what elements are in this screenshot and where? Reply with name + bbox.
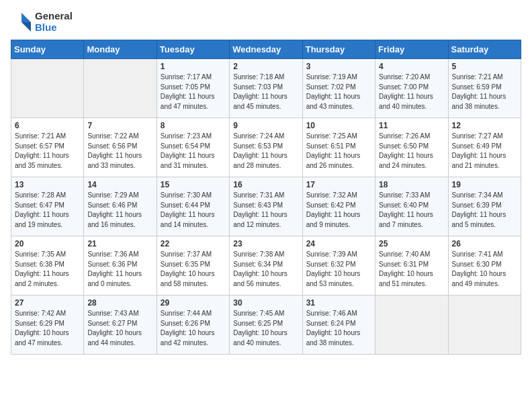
calendar-cell: [448, 295, 521, 355]
day-info: Sunrise: 7:30 AM Sunset: 6:44 PM Dayligh…: [161, 191, 226, 230]
calendar-cell: 2Sunrise: 7:18 AM Sunset: 7:03 PM Daylig…: [230, 59, 302, 118]
day-info: Sunrise: 7:45 AM Sunset: 6:25 PM Dayligh…: [233, 309, 298, 348]
weekday-header-friday: Friday: [375, 40, 448, 59]
calendar-cell: 4Sunrise: 7:20 AM Sunset: 7:00 PM Daylig…: [375, 59, 448, 118]
day-number: 6: [15, 121, 80, 130]
day-number: 1: [161, 62, 226, 71]
day-number: 14: [87, 180, 152, 189]
day-number: 3: [306, 62, 371, 71]
day-number: 13: [15, 180, 80, 189]
day-info: Sunrise: 7:36 AM Sunset: 6:36 PM Dayligh…: [87, 250, 152, 289]
calendar-body: 1Sunrise: 7:17 AM Sunset: 7:05 PM Daylig…: [11, 59, 521, 355]
day-info: Sunrise: 7:33 AM Sunset: 6:40 PM Dayligh…: [379, 191, 444, 230]
calendar-cell: 28Sunrise: 7:43 AM Sunset: 6:27 PM Dayli…: [84, 295, 157, 355]
calendar-cell: 15Sunrise: 7:30 AM Sunset: 6:44 PM Dayli…: [157, 177, 229, 236]
day-info: Sunrise: 7:29 AM Sunset: 6:46 PM Dayligh…: [87, 191, 152, 230]
weekday-header-tuesday: Tuesday: [157, 40, 229, 59]
calendar-cell: 19Sunrise: 7:34 AM Sunset: 6:39 PM Dayli…: [448, 177, 521, 236]
day-number: 22: [161, 239, 226, 248]
calendar-cell: 22Sunrise: 7:37 AM Sunset: 6:35 PM Dayli…: [157, 236, 229, 295]
logo-wordmark: GeneralBlue: [35, 11, 73, 33]
day-info: Sunrise: 7:18 AM Sunset: 7:03 PM Dayligh…: [233, 73, 298, 111]
calendar-week-row: 6Sunrise: 7:21 AM Sunset: 6:57 PM Daylig…: [11, 118, 521, 177]
day-info: Sunrise: 7:31 AM Sunset: 6:43 PM Dayligh…: [233, 191, 298, 230]
calendar-cell: 27Sunrise: 7:42 AM Sunset: 6:29 PM Dayli…: [11, 295, 84, 355]
day-number: 17: [306, 180, 371, 189]
calendar-cell: 23Sunrise: 7:38 AM Sunset: 6:34 PM Dayli…: [230, 236, 302, 295]
svg-marker-1: [21, 22, 31, 32]
day-number: 21: [87, 239, 152, 248]
weekday-header-thursday: Thursday: [302, 40, 375, 59]
day-number: 25: [379, 239, 444, 248]
calendar-cell: [84, 59, 157, 118]
calendar-cell: [11, 59, 84, 118]
calendar-cell: 31Sunrise: 7:46 AM Sunset: 6:24 PM Dayli…: [302, 295, 375, 355]
calendar-header: SundayMondayTuesdayWednesdayThursdayFrid…: [11, 40, 521, 59]
calendar-cell: 16Sunrise: 7:31 AM Sunset: 6:43 PM Dayli…: [230, 177, 302, 236]
day-info: Sunrise: 7:17 AM Sunset: 7:05 PM Dayligh…: [161, 73, 226, 111]
day-info: Sunrise: 7:23 AM Sunset: 6:54 PM Dayligh…: [161, 132, 226, 171]
calendar-cell: 26Sunrise: 7:41 AM Sunset: 6:30 PM Dayli…: [448, 236, 521, 295]
day-number: 2: [233, 62, 298, 71]
calendar-table: SundayMondayTuesdayWednesdayThursdayFrid…: [11, 40, 521, 355]
calendar-cell: 29Sunrise: 7:44 AM Sunset: 6:26 PM Dayli…: [157, 295, 229, 355]
day-number: 28: [87, 298, 152, 308]
calendar-cell: 17Sunrise: 7:32 AM Sunset: 6:42 PM Dayli…: [302, 177, 375, 236]
day-info: Sunrise: 7:20 AM Sunset: 7:00 PM Dayligh…: [379, 73, 444, 111]
day-number: 18: [379, 180, 444, 189]
day-number: 30: [233, 298, 298, 308]
day-number: 27: [15, 298, 80, 308]
calendar-cell: 10Sunrise: 7:25 AM Sunset: 6:51 PM Dayli…: [302, 118, 375, 177]
svg-marker-0: [21, 13, 31, 22]
day-number: 24: [306, 239, 371, 248]
day-number: 11: [379, 121, 444, 130]
calendar-week-row: 27Sunrise: 7:42 AM Sunset: 6:29 PM Dayli…: [11, 295, 521, 355]
day-number: 29: [161, 298, 226, 308]
day-number: 31: [306, 298, 371, 308]
calendar-cell: 1Sunrise: 7:17 AM Sunset: 7:05 PM Daylig…: [157, 59, 229, 118]
day-number: 5: [452, 62, 517, 71]
weekday-header-wednesday: Wednesday: [230, 40, 302, 59]
calendar-cell: 7Sunrise: 7:22 AM Sunset: 6:56 PM Daylig…: [84, 118, 157, 177]
day-info: Sunrise: 7:41 AM Sunset: 6:30 PM Dayligh…: [452, 250, 517, 289]
day-info: Sunrise: 7:40 AM Sunset: 6:31 PM Dayligh…: [379, 250, 444, 289]
calendar-week-row: 20Sunrise: 7:35 AM Sunset: 6:38 PM Dayli…: [11, 236, 521, 295]
calendar-cell: 11Sunrise: 7:26 AM Sunset: 6:50 PM Dayli…: [375, 118, 448, 177]
logo: GeneralBlue: [11, 11, 73, 33]
calendar-cell: 18Sunrise: 7:33 AM Sunset: 6:40 PM Dayli…: [375, 177, 448, 236]
day-info: Sunrise: 7:24 AM Sunset: 6:53 PM Dayligh…: [233, 132, 298, 171]
calendar-cell: 6Sunrise: 7:21 AM Sunset: 6:57 PM Daylig…: [11, 118, 84, 177]
page-header: GeneralBlue: [11, 11, 521, 33]
calendar-cell: 24Sunrise: 7:39 AM Sunset: 6:32 PM Dayli…: [302, 236, 375, 295]
day-info: Sunrise: 7:42 AM Sunset: 6:29 PM Dayligh…: [15, 309, 80, 348]
calendar-cell: 20Sunrise: 7:35 AM Sunset: 6:38 PM Dayli…: [11, 236, 84, 295]
calendar-cell: 21Sunrise: 7:36 AM Sunset: 6:36 PM Dayli…: [84, 236, 157, 295]
day-info: Sunrise: 7:39 AM Sunset: 6:32 PM Dayligh…: [306, 250, 371, 289]
day-number: 8: [161, 121, 226, 130]
calendar-week-row: 13Sunrise: 7:28 AM Sunset: 6:47 PM Dayli…: [11, 177, 521, 236]
calendar-cell: [375, 295, 448, 355]
day-info: Sunrise: 7:28 AM Sunset: 6:47 PM Dayligh…: [15, 191, 80, 230]
day-number: 15: [161, 180, 226, 189]
day-info: Sunrise: 7:43 AM Sunset: 6:27 PM Dayligh…: [87, 309, 152, 348]
day-number: 26: [452, 239, 517, 248]
header-row: SundayMondayTuesdayWednesdayThursdayFrid…: [11, 40, 521, 59]
calendar-cell: 8Sunrise: 7:23 AM Sunset: 6:54 PM Daylig…: [157, 118, 229, 177]
day-number: 10: [306, 121, 371, 130]
weekday-header-sunday: Sunday: [11, 40, 84, 59]
day-info: Sunrise: 7:32 AM Sunset: 6:42 PM Dayligh…: [306, 191, 371, 230]
day-number: 20: [15, 239, 80, 248]
weekday-header-monday: Monday: [84, 40, 157, 59]
day-info: Sunrise: 7:46 AM Sunset: 6:24 PM Dayligh…: [306, 309, 371, 348]
calendar-cell: 30Sunrise: 7:45 AM Sunset: 6:25 PM Dayli…: [230, 295, 302, 355]
calendar-cell: 14Sunrise: 7:29 AM Sunset: 6:46 PM Dayli…: [84, 177, 157, 236]
logo-icon: [11, 11, 32, 33]
day-info: Sunrise: 7:44 AM Sunset: 6:26 PM Dayligh…: [161, 309, 226, 348]
day-info: Sunrise: 7:37 AM Sunset: 6:35 PM Dayligh…: [161, 250, 226, 289]
day-info: Sunrise: 7:25 AM Sunset: 6:51 PM Dayligh…: [306, 132, 371, 171]
day-info: Sunrise: 7:21 AM Sunset: 6:59 PM Dayligh…: [452, 73, 517, 111]
calendar-cell: 12Sunrise: 7:27 AM Sunset: 6:49 PM Dayli…: [448, 118, 521, 177]
day-info: Sunrise: 7:22 AM Sunset: 6:56 PM Dayligh…: [87, 132, 152, 171]
day-number: 16: [233, 180, 298, 189]
day-info: Sunrise: 7:26 AM Sunset: 6:50 PM Dayligh…: [379, 132, 444, 171]
